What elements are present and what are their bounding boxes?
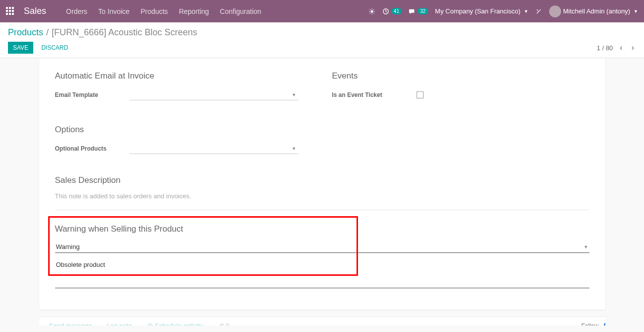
event-ticket-checkbox[interactable]: [417, 91, 424, 98]
section-events-title: Events: [332, 71, 589, 81]
menu-products[interactable]: Products: [141, 7, 168, 15]
email-template-label: Email Template: [55, 91, 130, 98]
messages-badge: 32: [418, 8, 428, 14]
breadcrumb: Products / [FURN_6666] Acoustic Bloc Scr…: [8, 27, 636, 38]
pager-text[interactable]: 1 / 80: [597, 44, 613, 52]
breadcrumb-separator: /: [46, 27, 49, 38]
activity-icon[interactable]: 41: [382, 8, 402, 15]
event-ticket-label: Is an Event Ticket: [332, 91, 417, 98]
optional-products-label: Optional Products: [55, 145, 130, 152]
chatter-attach-count[interactable]: 0: [218, 322, 229, 326]
avatar: [549, 5, 561, 17]
breadcrumb-current: [FURN_6666] Acoustic Bloc Screens: [52, 27, 197, 38]
breadcrumb-root[interactable]: Products: [8, 27, 43, 38]
apps-icon[interactable]: [6, 7, 15, 16]
pager-next[interactable]: ›: [630, 43, 636, 52]
user-menu[interactable]: Mitchell Admin (antony)▼: [549, 5, 638, 17]
messages-icon[interactable]: 32: [409, 8, 428, 15]
section-sales-desc-title: Sales Description: [55, 175, 589, 185]
chatter-send[interactable]: Send message: [49, 322, 92, 326]
menu-to-invoice[interactable]: To Invoice: [98, 7, 130, 15]
menu-orders[interactable]: Orders: [66, 7, 87, 15]
app-brand[interactable]: Sales: [24, 6, 46, 16]
email-template-select[interactable]: ▼: [130, 89, 298, 100]
debug-icon[interactable]: [368, 8, 375, 15]
warning-type-select[interactable]: Warning ▼: [55, 241, 589, 253]
warning-message-input[interactable]: Obsolete product: [55, 257, 589, 288]
svg-point-0: [370, 10, 373, 12]
menu-reporting[interactable]: Reporting: [179, 7, 209, 15]
discard-button[interactable]: Discard: [36, 42, 73, 54]
optional-products-select[interactable]: ▼: [130, 143, 298, 154]
company-switcher[interactable]: My Company (San Francisco)▼: [435, 7, 528, 15]
activity-badge: 41: [391, 8, 402, 14]
section-options-title: Options: [55, 125, 312, 135]
save-button[interactable]: Save: [8, 42, 33, 54]
section-auto-email-title: Automatic Email at Invoice: [55, 71, 312, 81]
sales-desc-input[interactable]: This note is added to sales orders and i…: [55, 192, 589, 200]
menu-configuration[interactable]: Configuration: [220, 7, 261, 15]
chatter-follow[interactable]: Follow: [581, 323, 599, 326]
chatter-activity[interactable]: Schedule activity: [147, 322, 203, 326]
pager-prev[interactable]: ‹: [618, 43, 624, 52]
settings-icon[interactable]: [535, 8, 542, 15]
section-warning-title: Warning when Selling this Product: [55, 224, 589, 234]
chatter-log[interactable]: Log note: [107, 322, 132, 326]
